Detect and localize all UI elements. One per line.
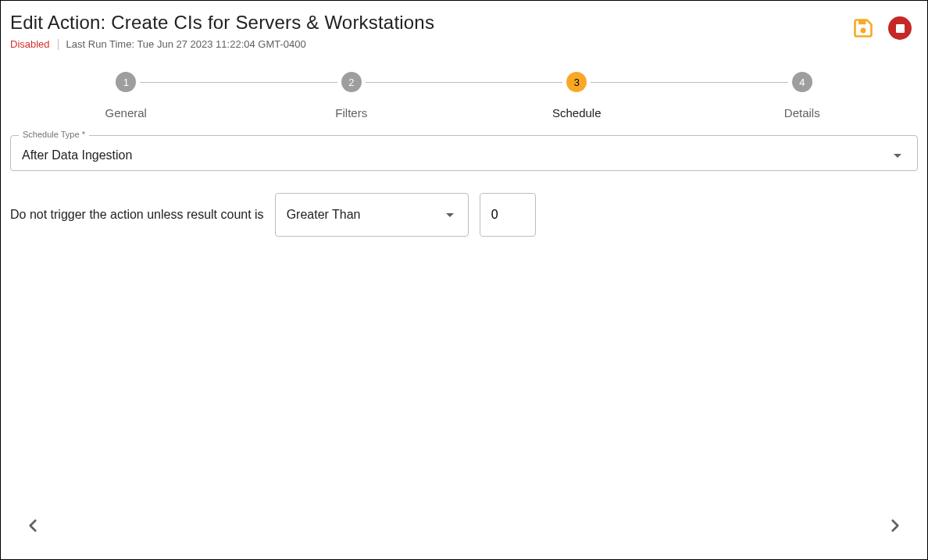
step-number: 2	[341, 72, 362, 92]
page-title: Edit Action: Create CIs for Servers & Wo…	[10, 12, 852, 34]
svg-point-1	[861, 27, 866, 33]
chevron-down-icon	[894, 154, 901, 158]
step-number: 3	[566, 72, 587, 92]
svg-rect-0	[858, 20, 866, 25]
step-number: 4	[792, 72, 812, 92]
schedule-type-legend: Schedule Type *	[19, 130, 89, 139]
step-schedule[interactable]: 3 Schedule	[464, 72, 690, 119]
step-label: General	[105, 106, 147, 119]
stepper: 1 General 2 Filters 3 Schedule 4 Details	[10, 72, 918, 119]
step-filters[interactable]: 2 Filters	[239, 72, 465, 119]
step-label: Details	[784, 106, 820, 119]
last-run-time: Last Run Time: Tue Jun 27 2023 11:22:04 …	[66, 38, 306, 50]
page-header: Edit Action: Create CIs for Servers & Wo…	[10, 12, 918, 50]
save-button[interactable]	[852, 17, 874, 39]
next-step-button[interactable]	[885, 515, 905, 536]
trigger-condition-label: Do not trigger the action unless result …	[10, 208, 264, 222]
step-number: 1	[116, 72, 136, 92]
schedule-type-select[interactable]: Schedule Type * After Data Ingestion	[10, 135, 918, 171]
chevron-down-icon	[446, 213, 454, 217]
schedule-type-value: After Data Ingestion	[22, 148, 132, 162]
status-badge: Disabled	[10, 38, 50, 50]
step-general[interactable]: 1 General	[13, 72, 239, 119]
stop-icon	[888, 16, 912, 40]
step-details[interactable]: 4 Details	[690, 72, 916, 119]
save-icon	[852, 17, 874, 39]
step-label: Filters	[335, 106, 367, 119]
comparator-select[interactable]: Greater Than	[275, 193, 469, 237]
result-count-input[interactable]	[480, 193, 536, 237]
chevron-right-icon	[885, 515, 905, 536]
divider	[58, 39, 59, 50]
step-label: Schedule	[552, 106, 601, 119]
comparator-value: Greater Than	[287, 208, 361, 222]
prev-step-button[interactable]	[23, 515, 43, 536]
stop-button[interactable]	[888, 16, 912, 40]
chevron-left-icon	[23, 515, 43, 536]
